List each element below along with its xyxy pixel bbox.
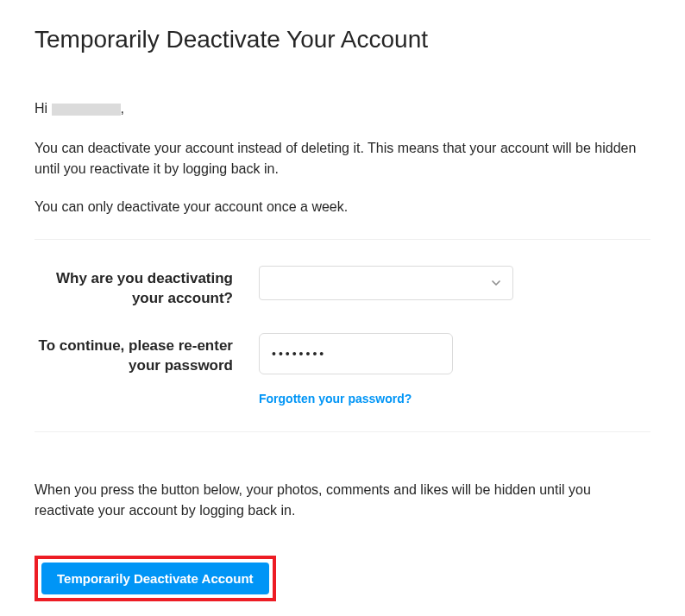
reason-select[interactable] (259, 266, 513, 300)
password-input[interactable] (259, 333, 453, 374)
greeting-line: Hi , (35, 101, 650, 116)
username-placeholder (52, 104, 121, 116)
reason-select-wrap (259, 266, 513, 300)
intro-paragraph-1: You can deactivate your account instead … (35, 138, 650, 179)
deactivate-button[interactable]: Temporarily Deactivate Account (41, 563, 269, 594)
page-title: Temporarily Deactivate Your Account (35, 26, 650, 53)
greeting-prefix: Hi (35, 101, 52, 116)
intro-paragraph-2: You can only deactivate your account onc… (35, 197, 650, 217)
password-label: To continue, please re-enter your passwo… (35, 333, 259, 376)
footer-text: When you press the button below, your ph… (35, 480, 650, 521)
greeting-suffix: , (121, 101, 124, 116)
reason-label: Why are you deactivating your account? (35, 266, 259, 309)
form-section: Why are you deactivating your account? T… (35, 239, 650, 432)
button-highlight-box: Temporarily Deactivate Account (35, 556, 276, 601)
forgot-password-link[interactable]: Forgotten your password? (259, 392, 650, 405)
